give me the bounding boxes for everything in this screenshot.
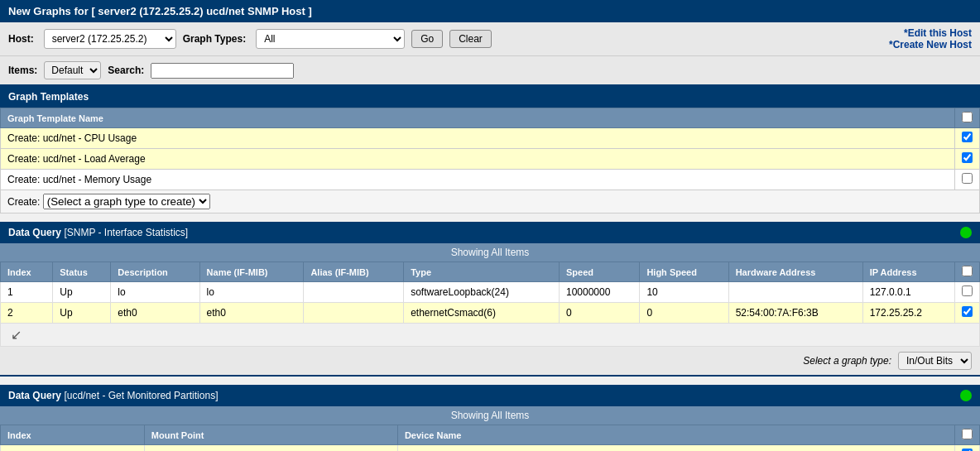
snmp-cell: 127.0.0.1 — [862, 282, 954, 303]
snmp-col-header: Speed — [560, 262, 640, 282]
graph-templates-title: Graph Templates — [8, 91, 89, 103]
part-cell: /dev/mapper/VolGroup-lv_root — [397, 445, 954, 452]
snmp-cell: lo — [111, 282, 199, 303]
snmp-row-checkbox[interactable] — [962, 285, 973, 296]
snmp-graph-type-row: Select a graph type: In/Out Bits — [0, 347, 980, 377]
showing-all-snmp: Showing All Items — [0, 243, 980, 261]
snmp-cell: 2 — [1, 303, 53, 324]
host-bar: Host: server2 (172.25.25.2) Graph Types:… — [0, 22, 980, 56]
snmp-col-header: Description — [111, 262, 199, 282]
create-select-cell: Create: (Select a graph type to create) — [1, 190, 980, 214]
graph-template-checkbox[interactable] — [962, 132, 973, 142]
host-select[interactable]: server2 (172.25.25.2) — [44, 29, 176, 49]
title-text: New Graphs for [ server2 (172.25.25.2) u… — [8, 5, 312, 17]
snmp-cell — [304, 303, 404, 324]
create-new-host-link[interactable]: *Create New Host — [889, 39, 972, 50]
snmp-cell: Up — [53, 303, 111, 324]
data-query-partitions-table: IndexMount PointDevice Name 1//dev/mappe… — [0, 425, 980, 451]
edit-host-link[interactable]: *Edit this Host — [889, 27, 972, 39]
snmp-col-header: High Speed — [640, 262, 728, 282]
snmp-cell: softwareLoopback(24) — [404, 282, 560, 303]
graph-template-check-col — [955, 108, 980, 128]
create-select-label: Create: — [7, 196, 40, 208]
part-col-header: Device Name — [397, 425, 954, 445]
graph-types-select[interactable]: All — [256, 29, 405, 49]
snmp-cell: 52:54:00:7A:F6:3B — [728, 303, 862, 324]
snmp-cell — [728, 282, 862, 303]
graph-template-check-cell — [955, 128, 980, 149]
indent-icon: ↙ — [7, 327, 22, 343]
table-row: Create: ucd/net - CPU Usage — [1, 128, 980, 149]
graph-templates-section: Graph Templates Graph Template Name Crea… — [0, 86, 980, 214]
graph-template-checkbox[interactable] — [962, 152, 973, 163]
snmp-cell: 0 — [560, 303, 640, 324]
snmp-graph-type-select[interactable]: In/Out Bits — [898, 352, 972, 370]
graph-template-checkbox[interactable] — [962, 173, 973, 184]
title-bar: New Graphs for [ server2 (172.25.25.2) u… — [0, 0, 980, 22]
graph-template-check-cell — [955, 149, 980, 170]
snmp-select-all[interactable] — [962, 266, 973, 276]
edit-links: *Edit this Host *Create New Host — [889, 27, 972, 50]
part-row-check-cell — [955, 445, 980, 452]
snmp-cell: lo — [199, 282, 304, 303]
part-check-header — [955, 425, 980, 445]
items-label: Items: — [8, 65, 37, 76]
table-row: Create: ucd/net - Memory Usage — [1, 170, 980, 190]
snmp-col-header: Index — [1, 262, 53, 282]
data-query-snmp-header: Data Query [SNMP - Interface Statistics] — [0, 222, 980, 243]
graph-template-name-col: Graph Template Name — [1, 108, 955, 128]
snmp-cell: eth0 — [111, 303, 199, 324]
part-col-header: Mount Point — [144, 425, 397, 445]
snmp-cell: 172.25.25.2 — [862, 303, 954, 324]
snmp-graph-type-label: Select a graph type: — [803, 355, 891, 367]
graph-types-label: Graph Types: — [183, 33, 246, 45]
graph-templates-header: Graph Templates — [0, 86, 980, 108]
table-row: 1//dev/mapper/VolGroup-lv_root — [1, 445, 980, 452]
items-bar: Items: Default Search: — [0, 56, 980, 86]
table-row: 2Upeth0eth0ethernetCsmacd(6)0052:54:00:7… — [1, 303, 980, 324]
search-input[interactable] — [151, 63, 294, 79]
graph-templates-table: Graph Template Name Create: ucd/net - CP… — [0, 108, 980, 214]
snmp-col-header: Name (IF-MIB) — [199, 262, 304, 282]
showing-all-partitions: Showing All Items — [0, 406, 980, 425]
data-query-partitions-header: Data Query [ucd/net - Get Monitored Part… — [0, 385, 980, 406]
snmp-cell — [304, 282, 404, 303]
search-label: Search: — [108, 65, 144, 76]
graph-template-name: Create: ucd/net - Load Average — [1, 149, 955, 170]
part-col-header: Index — [1, 425, 145, 445]
data-query-snmp-table: IndexStatusDescriptionName (IF-MIB)Alias… — [0, 261, 980, 347]
data-query-snmp-title: Data Query [SNMP - Interface Statistics] — [8, 227, 188, 238]
graph-template-check-cell — [955, 170, 980, 190]
data-query-partitions-title: Data Query [ucd/net - Get Monitored Part… — [8, 390, 218, 401]
snmp-row-check-cell — [955, 303, 980, 324]
part-select-all[interactable] — [962, 429, 973, 439]
snmp-col-header: Alias (IF-MIB) — [304, 262, 404, 282]
snmp-col-header: IP Address — [862, 262, 954, 282]
snmp-col-header: Hardware Address — [728, 262, 862, 282]
snmp-cell: ethernetCsmacd(6) — [404, 303, 560, 324]
clear-button[interactable]: Clear — [449, 30, 492, 48]
snmp-check-header — [955, 262, 980, 282]
snmp-cell: 0 — [640, 303, 728, 324]
graph-template-name: Create: ucd/net - Memory Usage — [1, 170, 955, 190]
snmp-row-check-cell — [955, 282, 980, 303]
host-label: Host: — [8, 33, 34, 45]
items-select[interactable]: Default — [44, 61, 101, 79]
go-button[interactable]: Go — [411, 30, 443, 48]
green-dot-partitions — [960, 390, 972, 401]
data-query-partitions-section: Data Query [ucd/net - Get Monitored Part… — [0, 385, 980, 451]
snmp-col-header: Status — [53, 262, 111, 282]
part-cell: 1 — [1, 445, 145, 452]
green-dot-snmp — [960, 227, 972, 238]
snmp-row-checkbox[interactable] — [962, 306, 973, 317]
snmp-col-header: Type — [404, 262, 560, 282]
create-graph-type-select[interactable]: (Select a graph type to create) — [43, 194, 210, 209]
snmp-cell: 10000000 — [560, 282, 640, 303]
snmp-cell: eth0 — [199, 303, 304, 324]
table-row: 1UplolosoftwareLoopback(24)1000000010127… — [1, 282, 980, 303]
snmp-cell: Up — [53, 282, 111, 303]
snmp-cell: 1 — [1, 282, 53, 303]
select-all-checkbox[interactable] — [962, 112, 973, 122]
data-query-snmp-section: Data Query [SNMP - Interface Statistics]… — [0, 222, 980, 377]
snmp-cell: 10 — [640, 282, 728, 303]
